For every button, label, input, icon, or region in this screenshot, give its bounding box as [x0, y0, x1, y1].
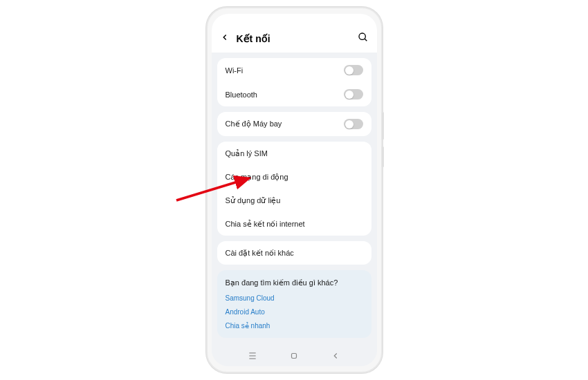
svg-rect-5 [291, 353, 296, 358]
settings-content: Wi-Fi Bluetooth Chế độ Máy bay Quản lý S… [212, 53, 377, 347]
nav-back-icon[interactable] [331, 351, 340, 363]
suggestions-panel: Bạn đang tìm kiếm điều gì khác? Samsung … [217, 270, 371, 338]
row-sim[interactable]: Quản lý SIM [217, 142, 371, 165]
data-usage-label: Sử dụng dữ liệu [226, 196, 363, 205]
phone-frame: Kết nối Wi-Fi Bluetooth Chế độ Máy bay [206, 7, 383, 373]
nav-bar [212, 347, 377, 366]
bluetooth-toggle[interactable] [344, 89, 363, 99]
row-bluetooth[interactable]: Bluetooth [217, 82, 371, 106]
hotspot-label: Chia sẻ kết nối internet [226, 220, 363, 229]
search-icon[interactable] [358, 32, 369, 46]
row-mobile-networks[interactable]: Các mạng di động [217, 165, 371, 189]
svg-point-0 [359, 33, 365, 39]
sim-label: Quản lý SIM [226, 149, 363, 158]
link-samsung-cloud[interactable]: Samsung Cloud [226, 294, 363, 302]
airplane-label: Chế độ Máy bay [226, 120, 344, 129]
bluetooth-label: Bluetooth [226, 91, 344, 99]
mobile-networks-label: Các mạng di động [226, 173, 363, 182]
screen: Kết nối Wi-Fi Bluetooth Chế độ Máy bay [212, 14, 377, 366]
nav-home-icon[interactable] [289, 351, 299, 363]
group-airplane: Chế độ Máy bay [217, 112, 371, 136]
nav-recent-icon[interactable] [248, 351, 257, 363]
row-airplane[interactable]: Chế độ Máy bay [217, 112, 371, 136]
status-bar [212, 14, 377, 26]
page-title: Kết nối [237, 33, 358, 44]
svg-line-1 [365, 39, 367, 41]
group-more: Cài đặt kết nối khác [217, 241, 371, 265]
group-mobile: Quản lý SIM Các mạng di động Sử dụng dữ … [217, 142, 371, 236]
suggestions-title: Bạn đang tìm kiếm điều gì khác? [226, 278, 363, 287]
airplane-toggle[interactable] [344, 119, 363, 129]
more-connections-label: Cài đặt kết nối khác [226, 249, 363, 258]
wifi-toggle[interactable] [344, 65, 363, 75]
wifi-label: Wi-Fi [226, 66, 344, 75]
row-more-connections[interactable]: Cài đặt kết nối khác [217, 241, 371, 265]
link-android-auto[interactable]: Android Auto [226, 308, 363, 316]
link-quick-share[interactable]: Chia sẻ nhanh [226, 322, 363, 330]
row-wifi[interactable]: Wi-Fi [217, 58, 371, 82]
header: Kết nối [212, 26, 377, 53]
row-data-usage[interactable]: Sử dụng dữ liệu [217, 189, 371, 212]
group-wireless: Wi-Fi Bluetooth [217, 58, 371, 106]
row-hotspot[interactable]: Chia sẻ kết nối internet [217, 212, 371, 236]
back-icon[interactable] [220, 32, 230, 45]
